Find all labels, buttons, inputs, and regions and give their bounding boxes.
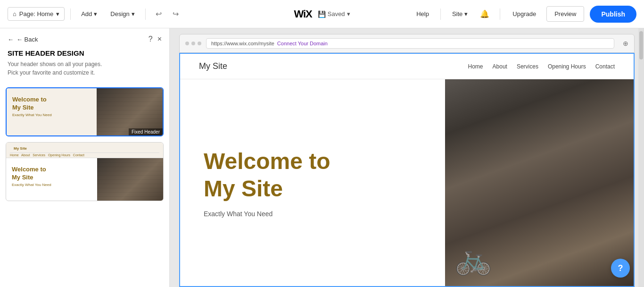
card2-inner: My Site Home About Services Opening Hour… <box>6 143 163 201</box>
browser-dot-1 <box>185 42 189 45</box>
help-bubble[interactable]: ? <box>611 259 630 278</box>
main-area: ← ← Back ? × SITE HEADER DESIGN Your hea… <box>0 28 644 287</box>
divider-4 <box>500 8 500 20</box>
card2-title: Welcome toMy Site <box>12 166 91 182</box>
panel-header: ← ← Back ? × <box>0 28 169 47</box>
left-panel: ← ← Back ? × SITE HEADER DESIGN Your hea… <box>0 28 170 287</box>
redo-button[interactable]: ↪ <box>168 7 183 22</box>
zoom-icon[interactable]: ⊕ <box>623 40 628 47</box>
nav-item-contact[interactable]: Contact <box>595 63 615 70</box>
url-text: https://www.wix.com/mysite <box>211 41 274 46</box>
hero-cafe-image <box>445 79 634 286</box>
panel-help-button[interactable]: ? <box>149 35 153 43</box>
help-button[interactable]: Help <box>413 8 433 20</box>
site-hero: Welcome to My Site Exactly What You Need <box>180 79 634 286</box>
page-label: Page: Home <box>19 10 53 17</box>
notifications-button[interactable]: 🔔 <box>477 7 492 21</box>
hero-right <box>445 79 634 286</box>
nav-item-opening-hours[interactable]: Opening Hours <box>548 63 586 70</box>
browser-url-bar[interactable]: https://www.wix.com/mysite Connect Your … <box>206 38 614 49</box>
add-button[interactable]: Add ▾ <box>76 8 102 20</box>
card2-mini-site-name: My Site <box>10 144 159 153</box>
toolbar-left: ⌂ Page: Home ▾ Add ▾ Design ▾ ↩ ↪ <box>8 7 183 22</box>
canvas-wrapper: https://www.wix.com/mysite Connect Your … <box>170 28 644 287</box>
hero-title-line1: Welcome to <box>204 149 330 174</box>
panel-actions: ? × <box>149 35 162 43</box>
upgrade-button[interactable]: Upgrade <box>508 8 541 20</box>
browser-chrome: https://www.wix.com/mysite Connect Your … <box>179 34 635 53</box>
nav-item-services[interactable]: Services <box>517 63 538 70</box>
browser-dot-3 <box>198 42 201 45</box>
divider-2 <box>145 8 146 20</box>
divider-1 <box>70 8 71 20</box>
design-card-scroll-header[interactable]: My Site Home About Services Opening Hour… <box>6 142 164 201</box>
wix-logo: WiX <box>294 8 312 20</box>
design-label: Design <box>110 10 129 17</box>
card2-text: Welcome toMy Site Exactly What You Need <box>6 158 97 201</box>
subtitle-line1: Your header shows on all your pages. <box>8 61 102 68</box>
fixed-header-badge: Fixed Header <box>129 128 163 135</box>
add-chevron-icon: ▾ <box>94 10 97 17</box>
site-nav: Home About Services Opening Hours Contac… <box>468 63 615 70</box>
hero-title: Welcome to My Site <box>204 148 421 202</box>
panel-title: SITE HEADER DESIGN <box>0 47 169 59</box>
browser-dots <box>185 42 201 45</box>
toolbar-center: WiX 💾 Saved ▾ <box>294 8 350 20</box>
card2-image <box>97 158 163 201</box>
undo-redo-group: ↩ ↪ <box>151 7 183 22</box>
card2-body: Welcome toMy Site Exactly What You Need <box>6 158 163 201</box>
connect-domain-link[interactable]: Connect Your Domain <box>277 41 328 46</box>
site-preview: My Site Home About Services Opening Hour… <box>179 53 635 287</box>
preview-button[interactable]: Preview <box>546 6 584 22</box>
design-button[interactable]: Design ▾ <box>106 8 139 20</box>
panel-subtitle: Your header shows on all your pages. Pic… <box>0 59 169 84</box>
card2-mini-nav: Home About Services Opening Hours Contac… <box>10 153 159 157</box>
saved-icon: 💾 <box>318 10 326 18</box>
back-button[interactable]: ← ← Back <box>8 36 38 43</box>
design-card-fixed-header[interactable]: Welcome toMy Site Exactly What You Need … <box>6 87 164 136</box>
panel-close-button[interactable]: × <box>157 35 162 43</box>
saved-chevron-icon: ▾ <box>347 10 350 17</box>
hero-title-line2: My Site <box>204 176 283 201</box>
nav-item-about[interactable]: About <box>493 63 507 70</box>
site-label: Site <box>452 10 462 17</box>
card2-cafe-image <box>97 158 163 201</box>
back-arrow-icon: ← <box>8 36 14 43</box>
scrollbar-thumb[interactable] <box>639 31 643 59</box>
home-icon: ⌂ <box>13 10 17 17</box>
card1-tagline: Exactly What You Need <box>12 113 91 117</box>
chevron-down-icon: ▾ <box>56 10 59 17</box>
site-chevron-icon: ▾ <box>464 10 468 17</box>
card1-title: Welcome toMy Site <box>12 96 91 112</box>
subtitle-line2: Pick your favorite and customize it. <box>8 69 95 76</box>
hero-left: Welcome to My Site Exactly What You Need <box>180 79 445 286</box>
saved-status[interactable]: 💾 Saved ▾ <box>318 10 350 18</box>
canvas-area: https://www.wix.com/mysite Connect Your … <box>170 28 644 287</box>
site-button[interactable]: Site ▾ <box>448 8 471 20</box>
nav-item-home[interactable]: Home <box>468 63 483 70</box>
add-label: Add <box>81 10 92 17</box>
card2-mini-header-area: My Site Home About Services Opening Hour… <box>6 143 163 158</box>
undo-button[interactable]: ↩ <box>151 7 166 22</box>
design-chevron-icon: ▾ <box>132 10 135 17</box>
card1-text: Welcome toMy Site Exactly What You Need <box>7 88 97 135</box>
back-label: ← Back <box>17 36 38 43</box>
page-selector[interactable]: ⌂ Page: Home ▾ <box>8 7 65 21</box>
site-name: My Site <box>199 61 227 71</box>
divider-3 <box>440 8 441 20</box>
site-header: My Site Home About Services Opening Hour… <box>180 54 634 79</box>
saved-label: Saved <box>328 10 345 17</box>
publish-button[interactable]: Publish <box>590 6 636 23</box>
toolbar: ⌂ Page: Home ▾ Add ▾ Design ▾ ↩ ↪ WiX 💾 … <box>0 0 644 28</box>
hero-subtitle: Exactly What You Need <box>204 210 421 218</box>
design-cards: Welcome toMy Site Exactly What You Need … <box>0 84 169 205</box>
card2-tagline: Exactly What You Need <box>12 183 91 187</box>
browser-dot-2 <box>191 42 195 45</box>
toolbar-right: Help Site ▾ 🔔 Upgrade Preview Publish <box>413 6 636 23</box>
scrollbar-track[interactable] <box>638 28 644 287</box>
